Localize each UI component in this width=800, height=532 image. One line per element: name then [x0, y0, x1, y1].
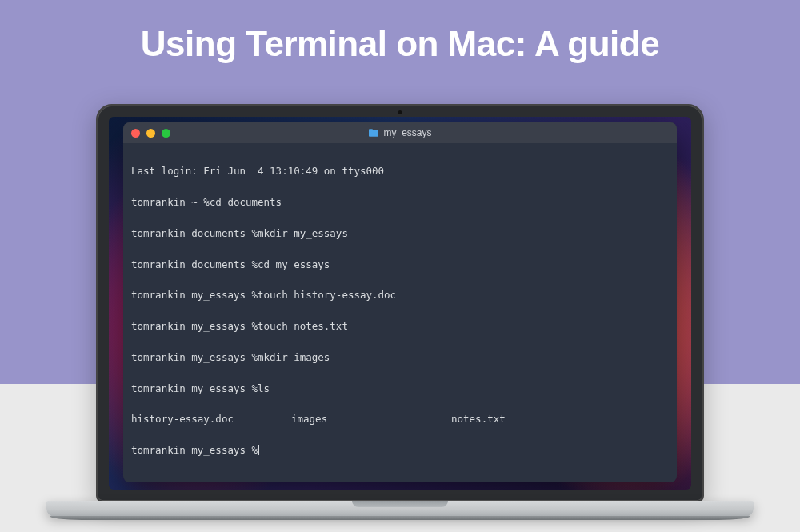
laptop-screen-bezel: my_essays Last login: Fri Jun 4 13:10:49…: [96, 104, 704, 502]
ls-item: images: [291, 411, 451, 426]
terminal-line: tomrankin my_essays %touch history-essay…: [131, 287, 669, 302]
cursor-icon: [258, 445, 259, 455]
terminal-line: tomrankin my_essays %ls: [131, 381, 669, 396]
terminal-line: tomrankin documents %cd my_essays: [131, 257, 669, 272]
folder-icon: [368, 128, 379, 138]
laptop-notch: [352, 501, 448, 507]
page-title: Using Terminal on Mac: A guide: [0, 24, 800, 64]
terminal-line: Last login: Fri Jun 4 13:10:49 on ttys00…: [131, 163, 669, 178]
window-controls: [131, 129, 170, 138]
terminal-title: my_essays: [123, 127, 677, 138]
terminal-line: tomrankin documents %mkdir my_essays: [131, 226, 669, 241]
terminal-window[interactable]: my_essays Last login: Fri Jun 4 13:10:49…: [123, 122, 677, 482]
ls-item: notes.txt: [451, 411, 611, 426]
laptop-foot: [50, 516, 750, 520]
ls-output: history-essay.docimagesnotes.txt: [131, 411, 669, 426]
laptop-base: [96, 501, 704, 520]
maximize-icon[interactable]: [162, 129, 170, 138]
terminal-line: tomrankin my_essays %mkdir images: [131, 350, 669, 365]
laptop-mockup: my_essays Last login: Fri Jun 4 13:10:49…: [96, 104, 704, 520]
terminal-line: tomrankin my_essays %touch notes.txt: [131, 318, 669, 334]
ls-item: history-essay.doc: [131, 411, 291, 426]
close-icon[interactable]: [131, 129, 140, 138]
prompt-text: tomrankin my_essays %: [131, 444, 258, 456]
terminal-body[interactable]: Last login: Fri Jun 4 13:10:49 on ttys00…: [123, 143, 677, 482]
laptop-deck: [46, 501, 754, 517]
terminal-title-text: my_essays: [383, 127, 431, 138]
terminal-prompt: tomrankin my_essays %: [131, 442, 669, 458]
laptop-camera: [398, 110, 402, 114]
minimize-icon[interactable]: [146, 129, 155, 138]
desktop-wallpaper: my_essays Last login: Fri Jun 4 13:10:49…: [109, 117, 691, 490]
terminal-titlebar[interactable]: my_essays: [123, 122, 677, 143]
terminal-line: tomrankin ~ %cd documents: [131, 194, 669, 210]
